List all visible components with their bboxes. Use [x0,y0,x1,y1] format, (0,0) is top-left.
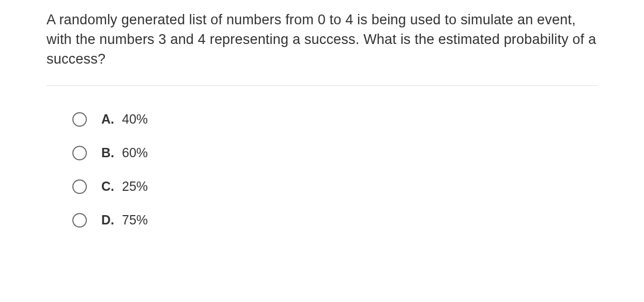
option-label: A. [101,112,117,127]
option-b[interactable]: B. 60% [72,145,597,160]
option-a[interactable]: A. 40% [72,112,597,127]
option-text: 75% [122,213,148,228]
option-d[interactable]: D. 75% [72,213,597,228]
option-text: 40% [122,112,148,127]
question-container: A randomly generated list of numbers fro… [0,10,644,228]
options-list: A. 40% B. 60% C. 25% D. 75% [47,112,597,228]
radio-icon [72,112,87,127]
question-text: A randomly generated list of numbers fro… [47,10,597,69]
divider [47,85,597,86]
option-label: D. [101,213,117,228]
radio-icon [72,146,87,160]
option-text: 25% [122,179,148,194]
option-label: B. [101,145,117,160]
radio-icon [72,213,87,228]
option-text: 60% [122,145,148,160]
radio-icon [72,179,87,194]
option-label: C. [101,179,117,194]
option-c[interactable]: C. 25% [72,179,597,194]
